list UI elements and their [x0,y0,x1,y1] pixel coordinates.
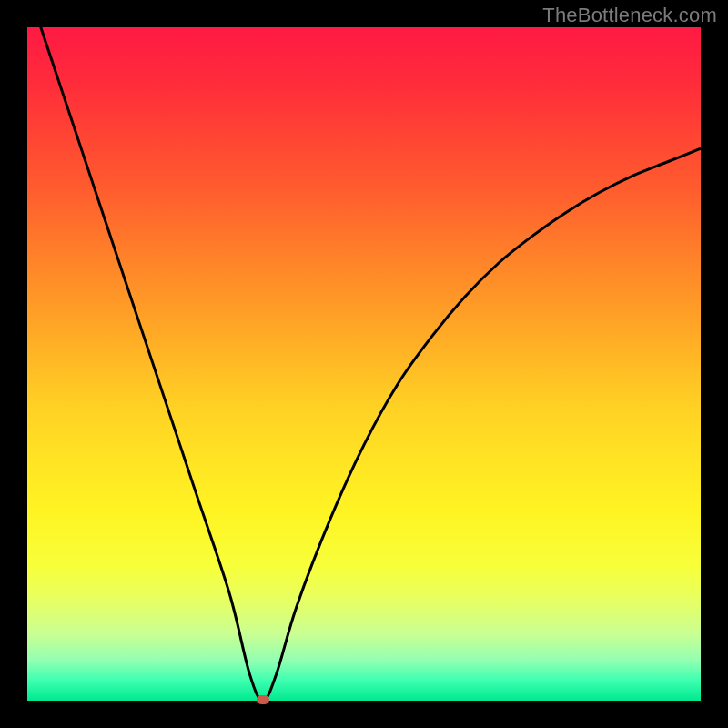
chart-frame: TheBottleneck.com [0,0,728,728]
watermark-text: TheBottleneck.com [542,4,717,27]
plot-area [27,27,701,701]
minimum-marker [257,695,269,704]
curve-svg [27,27,701,701]
bottleneck-curve [27,27,701,701]
